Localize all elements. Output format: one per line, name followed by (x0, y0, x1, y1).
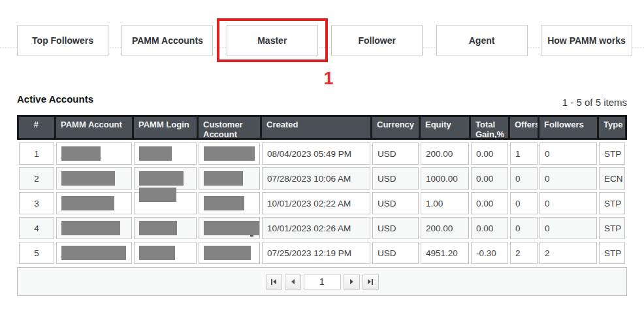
cell-created: 07/28/2023 10:06 AM (262, 167, 370, 190)
cell-customer-account (199, 142, 260, 165)
cell-followers: 0 (539, 167, 597, 190)
cell-total-gain: 0.00 (471, 142, 508, 165)
cell-followers: 2 (539, 242, 597, 264)
tab-pamm-accounts[interactable]: PAMM Accounts (121, 25, 213, 56)
column-header-currency: Currency (372, 117, 419, 138)
pager-page-input[interactable] (304, 274, 341, 290)
redacted-value (61, 221, 120, 235)
table-row: 410/01/2023 02:26 AMUSD200.000.0000STP (17, 217, 627, 239)
cell-offers: 2 (510, 242, 538, 264)
redacted-value (139, 188, 176, 202)
cell-type: ECN (599, 167, 625, 190)
cell-created: 10/01/2023 02:26 AM (262, 217, 370, 239)
cell-followers: 0 (539, 192, 597, 214)
cell-pamm-account (56, 192, 132, 214)
cell-followers: 0 (539, 142, 597, 165)
cell-customer-account (199, 217, 260, 239)
cell-num: 5 (19, 242, 54, 264)
annotation-step-number: 1 (315, 69, 342, 89)
next-page-icon (350, 279, 353, 284)
cell-num: 3 (19, 192, 54, 214)
cell-total-gain: 0.00 (471, 192, 508, 214)
redaction-remnant-mark (250, 235, 253, 237)
pager-items-summary: 1 - 5 of 5 items (562, 97, 627, 108)
column-header-customer-account: Customer Account (199, 117, 260, 138)
column-header-created: Created (262, 117, 370, 138)
column-header-offers: Offers (510, 117, 538, 138)
cell-customer-account (199, 167, 260, 190)
cell-equity: 1.00 (421, 192, 469, 214)
tab-how-pamm-works[interactable]: How PAMM works (541, 25, 632, 56)
active-accounts-grid: #PAMM AccountPAMM LoginCustomer AccountC… (17, 115, 627, 296)
cell-type: STP (599, 242, 625, 264)
redacted-value (204, 221, 259, 235)
redacted-value (204, 246, 251, 260)
cell-pamm-login (134, 217, 197, 239)
cell-equity: 200.00 (421, 142, 469, 165)
grid-body: 108/04/2023 05:49 PMUSD200.000.0010STP20… (17, 142, 627, 264)
page-title: Active Accounts (17, 93, 93, 105)
cell-created: 08/04/2023 05:49 PM (262, 142, 370, 165)
tab-agent[interactable]: Agent (436, 25, 528, 56)
cell-pamm-account (56, 167, 132, 190)
column-header-num: # (19, 117, 54, 138)
cell-followers: 0 (539, 217, 597, 239)
cell-created: 10/01/2023 02:22 AM (262, 192, 370, 214)
cell-pamm-account (56, 142, 132, 165)
cell-num: 2 (19, 167, 54, 190)
column-header-pamm-account: PAMM Account (56, 117, 132, 138)
last-page-icon (368, 279, 371, 284)
cell-currency: USD (372, 192, 419, 214)
tab-top-followers[interactable]: Top Followers (17, 25, 108, 56)
redacted-value (204, 146, 255, 161)
cell-pamm-login (134, 167, 197, 190)
cell-pamm-login (134, 142, 197, 165)
cell-num: 1 (19, 142, 54, 165)
cell-equity: 200.00 (421, 217, 469, 239)
cell-currency: USD (372, 167, 419, 190)
cell-customer-account (199, 242, 260, 264)
cell-pamm-login (134, 242, 197, 264)
redacted-value (61, 171, 115, 186)
cell-customer-account (199, 192, 260, 214)
column-header-equity: Equity (421, 117, 469, 138)
table-row: 310/01/2023 02:22 AMUSD1.000.0000STP (17, 192, 627, 214)
column-header-total-gain: Total Gain,% (471, 117, 508, 138)
first-page-icon (271, 279, 272, 285)
top-navigation: Top Followers PAMM Accounts Master Follo… (17, 25, 632, 56)
redacted-value (204, 171, 243, 186)
cell-total-gain: 0.00 (471, 167, 508, 190)
redacted-value (139, 246, 175, 260)
tab-follower[interactable]: Follower (331, 25, 423, 56)
column-header-followers: Followers (539, 117, 597, 138)
cell-currency: USD (372, 217, 419, 239)
redacted-value (139, 171, 184, 186)
cell-num: 4 (19, 217, 54, 239)
cell-offers: 0 (510, 192, 538, 214)
redacted-value (61, 196, 114, 210)
previous-page-icon (291, 279, 295, 284)
table-row: 108/04/2023 05:49 PMUSD200.000.0010STP (17, 142, 627, 165)
redacted-value (204, 196, 244, 210)
pamm-page: Top Followers PAMM Accounts Master Follo… (0, 0, 644, 315)
pager-last-button[interactable] (362, 274, 379, 290)
grid-header-row: #PAMM AccountPAMM LoginCustomer AccountC… (17, 115, 627, 140)
cell-type: STP (599, 192, 625, 214)
column-header-type: Type (599, 117, 625, 138)
cell-total-gain: -0.30 (471, 242, 508, 264)
cell-pamm-account (56, 217, 132, 239)
cell-currency: USD (372, 242, 419, 264)
cell-equity: 1000.00 (421, 167, 469, 190)
cell-offers: 1 (510, 142, 538, 165)
pager-first-button[interactable] (266, 274, 282, 290)
pager-next-button[interactable] (344, 274, 360, 290)
pager-prev-button[interactable] (285, 274, 301, 290)
redacted-value (61, 246, 126, 260)
table-row: 207/28/2023 10:06 AMUSD1000.000.0000ECN (17, 167, 627, 190)
cell-pamm-account (56, 242, 132, 264)
cell-offers: 0 (510, 217, 538, 239)
redacted-value (139, 146, 172, 161)
tab-master[interactable]: Master (227, 25, 318, 56)
table-row: 507/25/2023 12:19 PMUSD4951.20-0.3022STP (17, 242, 627, 264)
cell-total-gain: 0.00 (471, 217, 508, 239)
